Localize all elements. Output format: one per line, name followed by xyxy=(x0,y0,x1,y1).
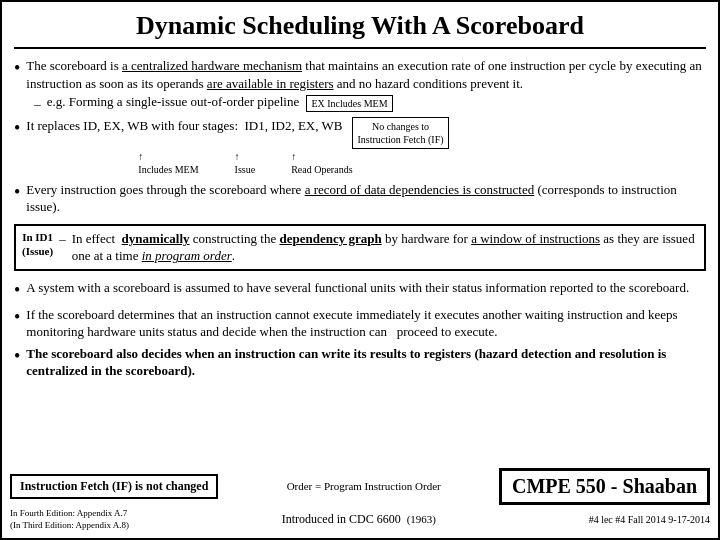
bullet-3: • Every instruction goes through the sco… xyxy=(14,181,706,216)
cmpe-box: CMPE 550 - Shaaban xyxy=(499,468,710,505)
bullet-dot-m3: • xyxy=(14,346,20,368)
bullet-3-text: Every instruction goes through the score… xyxy=(26,181,706,216)
bottom-section: Instruction Fetch (IF) is not changed Or… xyxy=(10,464,710,532)
bullet-m1-text: A system with a scoreboard is assumed to… xyxy=(26,279,706,297)
in-id1-text: In effect dynamically constructing the d… xyxy=(72,230,698,265)
slide-title: Dynamic Scheduling With A Scoreboard xyxy=(14,10,706,49)
bottom-row-2: In Fourth Edition: Appendix A.7 (In Thir… xyxy=(10,507,710,532)
order-text: Order = Program Instruction Order xyxy=(287,480,441,492)
bottom-row-1: Instruction Fetch (IF) is not changed Or… xyxy=(10,468,710,505)
stages-labels: ↑Includes MEM ↑Issue ↑Read Operands xyxy=(138,150,706,177)
bullet-2: • It replaces ID, EX, WB with four stage… xyxy=(14,117,706,177)
bullet-dot-3: • xyxy=(14,182,20,204)
bullet-1-sub: – e.g. Forming a single-issue out‑of‑ord… xyxy=(34,94,706,113)
introduced-row: Introduced in CDC 6600 (1963) xyxy=(282,512,436,527)
bullet-dot-2: • xyxy=(14,118,20,140)
ex-includes-box: EX Includes MEM xyxy=(306,95,392,112)
in-id1-block: In ID1(Issue) – In effect dynamically co… xyxy=(14,224,706,271)
bullet-m3: • The scoreboard also decides when an in… xyxy=(14,345,706,380)
if-not-changed-box: Instruction Fetch (IF) is not changed xyxy=(10,474,218,499)
no-changes-box: No changes toInstruction Fetch (IF) xyxy=(352,117,448,149)
bullet-m3-text: The scoreboard also decides when an inst… xyxy=(26,345,706,380)
bullet-dot-m2: • xyxy=(14,307,20,329)
edition-info: In Fourth Edition: Appendix A.7 (In Thir… xyxy=(10,507,129,532)
slide-container: Dynamic Scheduling With A Scoreboard • T… xyxy=(0,0,720,540)
bullet-m1: • A system with a scoreboard is assumed … xyxy=(14,279,706,302)
bullet-1: • The scoreboard is a centralized hardwa… xyxy=(14,57,706,113)
bullet-dot-m1: • xyxy=(14,280,20,302)
bullet-m2: • If the scoreboard determines that an i… xyxy=(14,306,706,341)
in-id1-label: In ID1(Issue) xyxy=(22,230,53,259)
lec-info: #4 lec #4 Fall 2014 9-17-2014 xyxy=(589,514,710,525)
introduced-text: Introduced in CDC 6600 (1963) xyxy=(282,512,436,527)
bullet-2-text: It replaces ID, EX, WB with four stages:… xyxy=(26,117,706,177)
bullet-dot-1: • xyxy=(14,58,20,80)
bullet-m2-text: If the scoreboard determines that an ins… xyxy=(26,306,706,341)
main-content: • The scoreboard is a centralized hardwa… xyxy=(14,57,706,380)
bullet-1-text: The scoreboard is a centralized hardware… xyxy=(26,57,706,113)
